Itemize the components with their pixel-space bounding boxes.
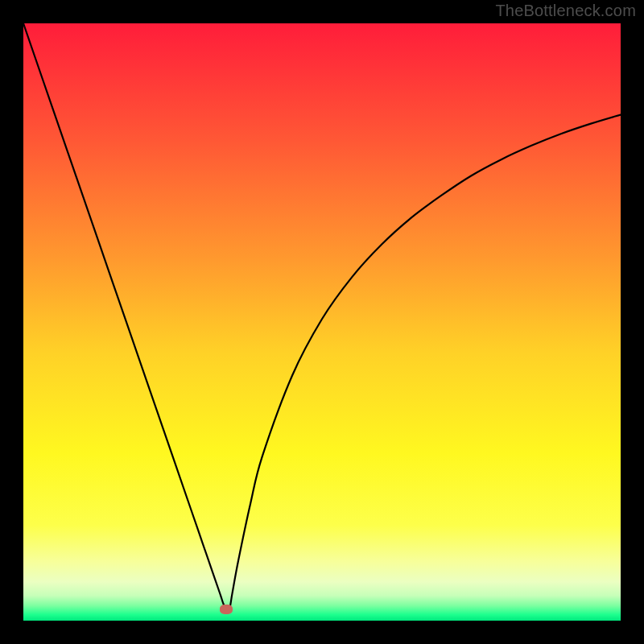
optimum-marker xyxy=(220,605,233,614)
plot-svg xyxy=(23,23,621,621)
gradient-background xyxy=(23,23,621,621)
chart-frame: TheBottleneck.com xyxy=(0,0,644,644)
plot-area xyxy=(23,23,621,621)
watermark-label: TheBottleneck.com xyxy=(495,2,636,20)
